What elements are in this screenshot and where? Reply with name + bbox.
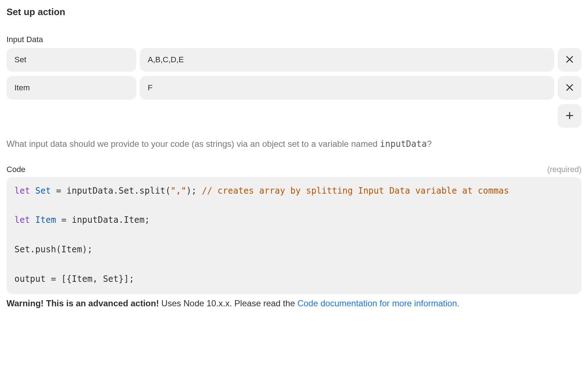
code-label: Code xyxy=(6,165,26,174)
input-row: Item F xyxy=(6,76,582,100)
code-editor[interactable]: let Set = inputData.Set.split(","); // c… xyxy=(6,177,582,294)
add-row-button[interactable] xyxy=(558,104,582,128)
input-data-rows: Set A,B,C,D,E Item F xyxy=(6,48,582,100)
close-icon xyxy=(565,55,574,65)
required-label: (required) xyxy=(547,165,582,174)
input-value-field[interactable]: A,B,C,D,E xyxy=(140,48,554,72)
input-key-field[interactable]: Item xyxy=(6,76,136,100)
input-key-field[interactable]: Set xyxy=(6,48,136,72)
inline-code: inputData xyxy=(380,139,427,149)
remove-row-button[interactable] xyxy=(558,48,582,72)
input-row: Set A,B,C,D,E xyxy=(6,48,582,72)
page-title: Set up action xyxy=(6,6,582,18)
close-icon xyxy=(565,83,574,93)
remove-row-button[interactable] xyxy=(558,76,582,100)
input-data-label: Input Data xyxy=(6,35,582,44)
plus-icon xyxy=(565,111,574,121)
code-docs-link[interactable]: Code documentation for more information. xyxy=(297,298,459,308)
input-data-help: What input data should we provide to you… xyxy=(6,138,582,150)
warning-text: Warning! This is an advanced action! Use… xyxy=(6,298,582,308)
input-value-field[interactable]: F xyxy=(140,76,554,100)
